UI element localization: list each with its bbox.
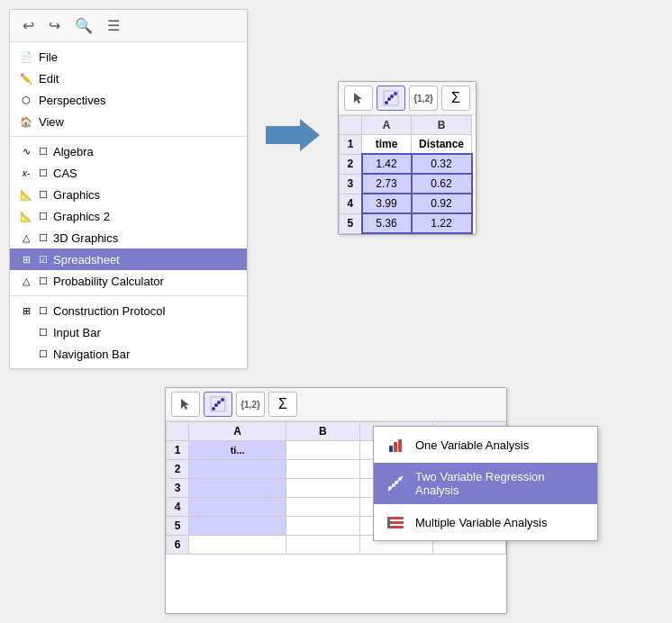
- cell-bb1[interactable]: [286, 441, 359, 460]
- menu-item-navigation-bar[interactable]: ☐ Navigation Bar: [10, 343, 247, 365]
- svg-point-5: [390, 95, 394, 98]
- menu-item-input-bar[interactable]: ☐ Input Bar: [10, 321, 247, 343]
- spreadsheet-top-table: A B 1 time Distance 2 1.42 0.32 3 2.73: [339, 115, 473, 234]
- row-num-4: 4: [340, 194, 362, 213]
- probability-icon: △: [19, 274, 33, 288]
- one-variable-analysis-item[interactable]: One Variable Analysis: [374, 427, 597, 463]
- two-variable-icon: [385, 473, 406, 494]
- multiple-variable-icon: [385, 511, 406, 533]
- row-num-b2: 2: [167, 460, 189, 479]
- graphics-icon: 📐: [19, 187, 33, 202]
- row-num-5: 5: [340, 213, 362, 233]
- menu-item-cas[interactable]: x- ☐ CAS: [10, 162, 247, 184]
- right-arrow-icon: [266, 117, 320, 153]
- menu-item-algebra[interactable]: ∿ ☐ Algebra: [10, 140, 247, 162]
- corner-cell2: [167, 422, 189, 441]
- cursor-btn[interactable]: [344, 86, 373, 111]
- hamburger-menu-button[interactable]: ☰: [104, 15, 123, 36]
- two-variable-analysis-item[interactable]: Two Variable Regression Analysis: [374, 463, 597, 504]
- cell-ba6[interactable]: [189, 536, 286, 555]
- two-variable-label: Two Variable Regression Analysis: [415, 470, 586, 497]
- svg-point-4: [387, 97, 391, 101]
- divider-2: [10, 295, 247, 296]
- menu-item-view[interactable]: 🏠 View: [10, 111, 247, 132]
- svg-point-12: [221, 398, 224, 402]
- input-bar-icon: [19, 325, 33, 339]
- menu-item-spreadsheet[interactable]: ⊞ ☑ Spreadsheet: [10, 248, 247, 270]
- svg-point-18: [392, 483, 395, 487]
- menu-items: 📄 File ✏️ Edit ⬡ Perspectives 🏠 View ∿ ☐…: [10, 42, 247, 368]
- spreadsheet-top-panel: {1,2} Σ A B 1 time Distance: [338, 81, 477, 235]
- stats-btn2[interactable]: Σ: [268, 392, 297, 417]
- search-button[interactable]: 🔍: [71, 15, 96, 36]
- col-b-header2: B: [286, 422, 359, 441]
- menu-item-3d-graphics[interactable]: △ ☐ 3D Graphics: [10, 227, 247, 248]
- row-num-1: 1: [340, 135, 362, 155]
- menu-item-graphics[interactable]: 📐 ☐ Graphics: [10, 184, 247, 205]
- row-num-b4: 4: [167, 498, 189, 517]
- graphics2-icon: 📐: [19, 209, 33, 223]
- menu-item-graphics2[interactable]: 📐 ☐ Graphics 2: [10, 205, 247, 227]
- cell-a5[interactable]: 5.36: [362, 213, 412, 233]
- bottom-panel: {1,2} Σ A B C D 1 ti...: [165, 387, 507, 614]
- cell-b2[interactable]: 0.32: [412, 154, 472, 174]
- table-row: 2 1.42 0.32: [340, 154, 472, 174]
- cell-ba1[interactable]: ti...: [189, 441, 286, 460]
- svg-point-9: [212, 407, 215, 411]
- left-panel: ↩ ↪ 🔍 ☰ 📄 File ✏️ Edit ⬡ Perspectives 🏠 …: [9, 9, 248, 369]
- svg-point-19: [395, 481, 398, 484]
- table-row: 3 2.73 0.62: [340, 174, 472, 194]
- one-variable-label: One Variable Analysis: [415, 438, 529, 452]
- cell-a3[interactable]: 2.73: [362, 174, 412, 194]
- cell-b1[interactable]: Distance: [412, 135, 472, 155]
- cell-bb4[interactable]: [286, 498, 359, 517]
- cell-b3[interactable]: 0.62: [412, 174, 472, 194]
- scatter-btn2[interactable]: [204, 392, 232, 417]
- stats-btn[interactable]: Σ: [441, 86, 470, 111]
- view-icon: 🏠: [19, 114, 33, 129]
- svg-marker-7: [181, 399, 189, 410]
- cell-ba4[interactable]: [189, 498, 286, 517]
- col-a-header2: A: [189, 422, 286, 441]
- cell-a1[interactable]: time: [362, 135, 412, 155]
- cell-a2[interactable]: 1.42: [362, 154, 412, 174]
- cell-ba5[interactable]: [189, 517, 286, 536]
- svg-marker-1: [354, 93, 362, 104]
- cell-ba2[interactable]: [189, 460, 286, 479]
- cell-b4[interactable]: 0.92: [412, 194, 472, 213]
- menu-item-edit[interactable]: ✏️ Edit: [10, 68, 247, 89]
- cell-a4[interactable]: 3.99: [362, 194, 412, 213]
- redo-button[interactable]: ↪: [45, 15, 64, 36]
- cell-ba3[interactable]: [189, 479, 286, 498]
- cursor-btn2[interactable]: [171, 392, 200, 417]
- svg-rect-24: [387, 517, 390, 528]
- menu-item-probability[interactable]: △ ☐ Probability Calculator: [10, 270, 247, 292]
- undo-button[interactable]: ↩: [19, 15, 38, 36]
- row-num-2: 2: [340, 154, 362, 174]
- cell-bb5[interactable]: [286, 517, 359, 536]
- spreadsheet-icon: ⊞: [19, 252, 33, 266]
- file-icon: 📄: [19, 50, 33, 64]
- one-variable-icon: [385, 434, 406, 456]
- cell-bb3[interactable]: [286, 479, 359, 498]
- svg-rect-15: [398, 439, 402, 452]
- table-row: 1 time Distance: [340, 135, 472, 155]
- row-num-b5: 5: [167, 517, 189, 536]
- list-btn[interactable]: {1,2}: [409, 86, 438, 111]
- table-row: 4 3.99 0.92: [340, 194, 472, 213]
- scatter-btn[interactable]: [377, 86, 405, 111]
- menu-item-perspectives[interactable]: ⬡ Perspectives: [10, 89, 247, 111]
- svg-point-3: [385, 101, 388, 104]
- col-a-header: A: [362, 116, 412, 135]
- col-b-header: B: [412, 116, 472, 135]
- menu-item-file[interactable]: 📄 File: [10, 46, 247, 68]
- multiple-variable-analysis-item[interactable]: Multiple Variable Analysis: [374, 504, 597, 540]
- menu-item-construction-protocol[interactable]: ⊞ ☐ Construction Protocol: [10, 300, 247, 321]
- list-btn2[interactable]: {1,2}: [236, 392, 265, 417]
- cell-bb6[interactable]: [286, 536, 359, 555]
- cell-bb2[interactable]: [286, 460, 359, 479]
- svg-marker-0: [266, 119, 320, 151]
- cell-b5[interactable]: 1.22: [412, 213, 472, 233]
- toolbar: ↩ ↪ 🔍 ☰: [10, 10, 247, 42]
- row-num-b3: 3: [167, 479, 189, 498]
